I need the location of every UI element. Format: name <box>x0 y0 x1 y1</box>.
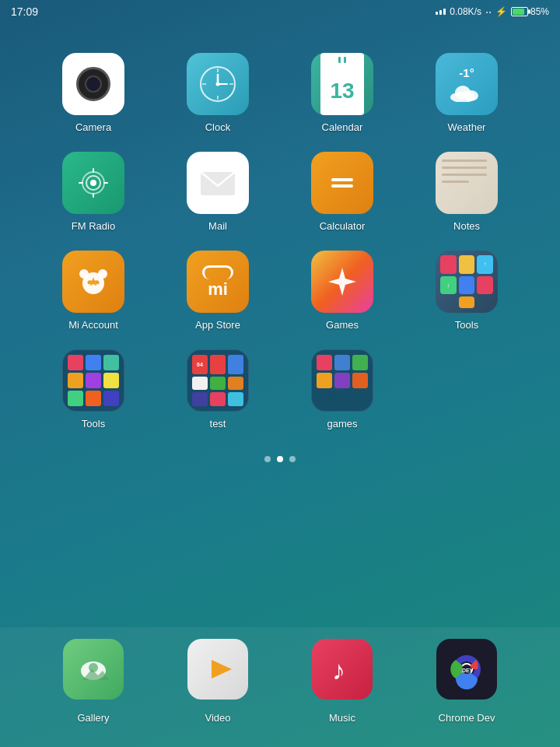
app-games[interactable]: Games <box>280 243 404 342</box>
camera-label: Camera <box>75 121 111 133</box>
fmradio-icon <box>62 152 124 214</box>
svg-point-13 <box>90 180 96 186</box>
miaccount-icon <box>62 251 124 313</box>
games-svg <box>322 261 362 302</box>
app-weather[interactable]: -1° Weather <box>404 45 529 144</box>
folder-test[interactable]: 64 test <box>156 342 280 440</box>
folder-games-label: games <box>327 418 357 430</box>
camera-icon <box>62 53 124 115</box>
folder-test-icon: 64 <box>187 349 249 412</box>
lightning-icon: ⚡ <box>495 6 507 17</box>
battery-fill <box>513 9 524 15</box>
app-calendar[interactable]: 13 Calendar <box>280 45 404 144</box>
weather-icon: -1° <box>436 53 498 115</box>
svg-point-10 <box>463 90 478 101</box>
app-mail[interactable]: Mail <box>156 144 280 243</box>
camera-lens-inner <box>85 75 102 93</box>
miaccount-label: Mi Account <box>68 319 118 331</box>
video-icon <box>187 639 248 700</box>
app-appstore[interactable]: mi App Store <box>156 243 280 342</box>
fmradio-svg <box>75 164 112 202</box>
notes-label: Notes <box>453 220 480 232</box>
page-dot-3[interactable] <box>289 456 296 462</box>
svg-point-23 <box>98 269 107 279</box>
calc-svg <box>325 166 359 200</box>
chromedev-icon: DEV <box>436 639 497 700</box>
tools-app-icon: ↑ ↓ <box>436 251 498 313</box>
folder-games-icon <box>311 349 373 412</box>
calendar-day: 13 <box>330 80 354 102</box>
gallery-label: Gallery <box>77 712 109 724</box>
mail-icon <box>187 152 249 214</box>
page-dot-1[interactable] <box>264 456 271 462</box>
tools-app-label: Tools <box>455 319 478 331</box>
fmradio-label: FM Radio <box>72 220 115 232</box>
miaccount-svg <box>73 261 114 302</box>
mail-svg <box>198 167 238 198</box>
app-miaccount[interactable]: Mi Account <box>31 243 156 342</box>
app-grid-row1: Camera Clock <box>0 22 560 448</box>
app-tools[interactable]: ↑ ↓ Tools <box>404 243 529 342</box>
music-icon: ♪ <box>312 639 373 700</box>
appstore-label: App Store <box>195 319 240 331</box>
wifi-icon: ⋅⋅ <box>485 6 492 18</box>
status-right: 0.08K/s ⋅⋅ ⚡ 85% <box>436 6 549 18</box>
svg-rect-19 <box>331 178 353 181</box>
video-label: Video <box>205 712 230 724</box>
battery-icon <box>511 7 528 16</box>
calculator-icon <box>311 152 373 214</box>
battery-container: 85% <box>511 6 549 17</box>
gallery-icon <box>63 639 124 700</box>
chrome-svg: DEV <box>446 649 487 689</box>
signal-icon <box>436 9 446 15</box>
dock: Gallery Video ♪ Music <box>0 627 560 747</box>
music-svg: ♪ <box>324 651 360 687</box>
dock-music[interactable]: ♪ Music <box>312 639 373 724</box>
svg-rect-20 <box>331 184 353 188</box>
weather-cloud-svg <box>447 82 486 102</box>
svg-text:♪: ♪ <box>332 655 345 685</box>
app-fmradio[interactable]: FM Radio <box>31 144 156 243</box>
clock-svg <box>198 64 238 104</box>
folder-tools-label: Tools <box>82 418 105 430</box>
battery-percent: 85% <box>530 6 549 17</box>
app-calculator[interactable]: Calculator <box>280 144 404 243</box>
svg-marker-27 <box>328 268 356 296</box>
app-notes[interactable]: Notes <box>404 144 529 243</box>
clock-icon <box>187 53 249 115</box>
page-dots <box>0 456 560 462</box>
svg-point-22 <box>79 269 89 279</box>
video-svg <box>202 654 233 685</box>
folder-tools[interactable]: Tools <box>31 342 156 440</box>
network-speed: 0.08K/s <box>450 6 481 17</box>
clock-label: Clock <box>205 121 231 133</box>
svg-marker-31 <box>212 660 232 679</box>
calendar-label: Calendar <box>322 121 363 133</box>
calendar-icon: 13 <box>311 53 373 115</box>
dock-video[interactable]: Video <box>187 639 248 724</box>
gallery-svg <box>75 654 112 685</box>
svg-point-7 <box>216 82 220 86</box>
calculator-label: Calculator <box>320 220 366 232</box>
app-clock[interactable]: Clock <box>156 45 280 144</box>
dock-chromedev[interactable]: DEV Chrome Dev <box>436 639 497 724</box>
weather-label: Weather <box>448 121 486 133</box>
page-dot-2[interactable] <box>277 456 283 462</box>
music-label: Music <box>329 712 355 724</box>
svg-text:DEV: DEV <box>462 668 474 673</box>
games-label: Games <box>326 319 359 331</box>
dock-gallery[interactable]: Gallery <box>63 639 124 724</box>
mail-label: Mail <box>208 220 227 232</box>
appstore-icon: mi <box>187 251 249 313</box>
folder-games[interactable]: games <box>280 342 404 440</box>
chromedev-label: Chrome Dev <box>439 712 495 724</box>
folder-test-label: test <box>210 418 226 430</box>
camera-lens <box>76 67 110 101</box>
app-camera[interactable]: Camera <box>31 45 156 144</box>
notes-icon <box>436 152 498 214</box>
status-bar: 17:09 0.08K/s ⋅⋅ ⚡ 85% <box>0 0 560 22</box>
folder-tools-icon <box>62 349 124 412</box>
status-time: 17:09 <box>11 5 38 18</box>
games-icon <box>311 251 373 313</box>
